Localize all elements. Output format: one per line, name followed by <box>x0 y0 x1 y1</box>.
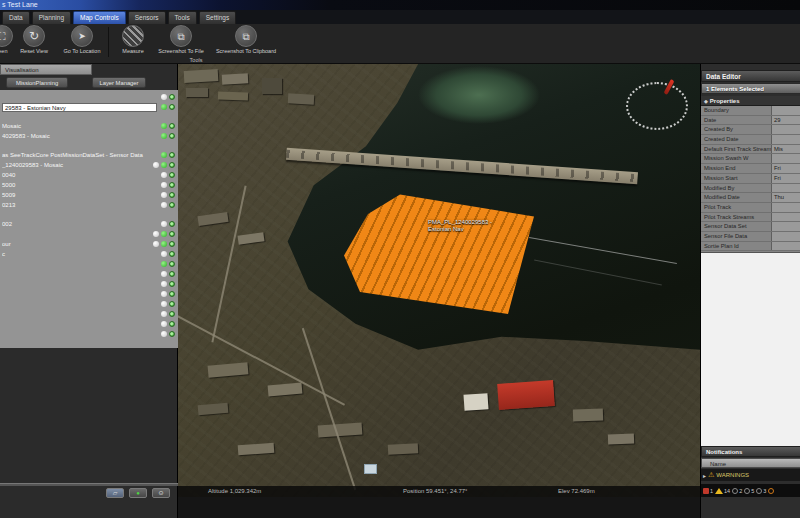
circle-status-icon[interactable]: 5 <box>744 488 754 494</box>
reset-view-button[interactable]: Reset View <box>12 25 56 54</box>
tab-tools[interactable]: Tools <box>168 11 197 24</box>
green-dot-icon[interactable] <box>161 152 167 158</box>
zoom-to-item-icon[interactable] <box>169 192 175 198</box>
green-dot-icon[interactable] <box>161 104 167 110</box>
property-value[interactable]: Thu <box>771 193 800 202</box>
tree-row[interactable]: 29583 - Estonian Navy <box>0 102 178 112</box>
green-dot-icon[interactable] <box>161 231 167 237</box>
data-editor-header[interactable]: Data Editor <box>701 70 800 82</box>
white-dot-icon[interactable] <box>161 94 167 100</box>
zoom-to-item-icon[interactable] <box>169 241 175 247</box>
white-dot-icon[interactable] <box>161 331 167 337</box>
properties-section-header[interactable]: ◆Properties <box>701 96 800 106</box>
white-dot-icon[interactable] <box>161 321 167 327</box>
expander-icon[interactable]: ▸ <box>703 472 706 479</box>
property-value[interactable] <box>771 154 800 163</box>
property-value[interactable]: Fri <box>771 174 800 183</box>
square-status-icon[interactable]: 1 <box>703 488 713 494</box>
screenshot-to-clipboard-button[interactable]: Screenshot To Clipboard <box>212 25 280 54</box>
circle-status-icon[interactable]: 3 <box>756 488 766 494</box>
property-value[interactable]: 29 <box>771 116 800 125</box>
zoom-to-item-icon[interactable] <box>169 291 175 297</box>
white-dot-icon[interactable] <box>161 291 167 297</box>
tree-row[interactable] <box>0 269 178 279</box>
green-dot-icon[interactable] <box>161 133 167 139</box>
tree-row[interactable] <box>0 299 178 309</box>
green-dot-icon[interactable] <box>161 261 167 267</box>
zoom-to-item-icon[interactable] <box>169 172 175 178</box>
property-value[interactable] <box>771 184 800 193</box>
tab-visualisation[interactable]: Visualisation <box>0 64 92 75</box>
zoom-to-item-icon[interactable] <box>169 331 175 337</box>
white-dot-icon[interactable] <box>161 251 167 257</box>
zoom-to-item-icon[interactable] <box>169 104 175 110</box>
zoom-to-item-icon[interactable] <box>169 281 175 287</box>
tree-row[interactable]: _1240029583 - Mosaic <box>0 160 178 170</box>
zoom-to-item-icon[interactable] <box>169 231 175 237</box>
property-value[interactable] <box>771 222 800 231</box>
tree-row[interactable] <box>0 309 178 319</box>
notifications-header[interactable]: Notifications <box>701 446 800 457</box>
tree-row[interactable] <box>0 229 178 239</box>
tree-row[interactable]: 5009 <box>0 190 178 200</box>
circle-status-icon[interactable]: 2 <box>732 488 742 494</box>
white-dot-icon[interactable] <box>161 192 167 198</box>
property-value[interactable] <box>771 203 800 212</box>
tab-layer-manager[interactable]: Layer Manager <box>92 77 146 88</box>
circle-status-icon[interactable] <box>768 488 775 494</box>
triangle-status-icon[interactable]: 14 <box>715 488 730 494</box>
tree-row[interactable]: 4029583 - Mosaic <box>0 131 178 141</box>
tree-row[interactable]: as SeeTrackCore PostMissionDataSet - Sen… <box>0 150 178 160</box>
tree-row[interactable]: 5000 <box>0 180 178 190</box>
zoom-to-item-icon[interactable] <box>169 271 175 277</box>
property-value[interactable] <box>771 135 800 144</box>
tab-mission-planning[interactable]: MissionPlanning <box>6 77 68 88</box>
white-dot-icon[interactable] <box>153 241 159 247</box>
zoom-to-item-icon[interactable] <box>169 94 175 100</box>
map-viewport[interactable]: PMA_PL_1240029583 - Estonian Nav Altitud… <box>178 64 700 497</box>
measure-button[interactable]: Measure <box>114 25 152 54</box>
notifications-name-column-header[interactable]: Name <box>701 458 800 468</box>
property-value[interactable] <box>771 242 800 251</box>
zoom-to-item-icon[interactable] <box>169 202 175 208</box>
tree-item-name-input[interactable]: 29583 - Estonian Navy <box>2 103 157 112</box>
tab-sensors[interactable]: Sensors <box>128 11 166 24</box>
tab-planning[interactable]: Planning <box>32 11 71 24</box>
tree-row[interactable] <box>0 329 178 339</box>
property-value[interactable]: Fri <box>771 164 800 173</box>
tree-row[interactable]: 0040 <box>0 170 178 180</box>
property-value[interactable] <box>771 232 800 241</box>
property-value[interactable] <box>771 106 800 115</box>
white-dot-icon[interactable] <box>161 172 167 178</box>
tree-row[interactable]: our <box>0 239 178 249</box>
zoom-to-item-icon[interactable] <box>169 152 175 158</box>
green-dot-icon[interactable] <box>161 241 167 247</box>
white-dot-icon[interactable] <box>161 221 167 227</box>
tree-row[interactable] <box>0 279 178 289</box>
zoom-to-item-icon[interactable] <box>169 251 175 257</box>
follow-target-button[interactable]: ● <box>129 488 147 498</box>
tree-row[interactable]: 002 <box>0 219 178 229</box>
green-dot-icon[interactable] <box>161 123 167 129</box>
property-value[interactable]: Mis <box>771 145 800 154</box>
tab-data[interactable]: Data <box>2 11 30 24</box>
white-dot-icon[interactable] <box>161 301 167 307</box>
zoom-to-item-icon[interactable] <box>169 123 175 129</box>
white-dot-icon[interactable] <box>153 162 159 168</box>
zoom-to-item-icon[interactable] <box>169 221 175 227</box>
tree-horizontal-scrollbar[interactable] <box>0 483 178 486</box>
go-to-location-button[interactable]: Go To Location <box>56 25 108 54</box>
tree-row[interactable]: c <box>0 249 178 259</box>
tree-row[interactable] <box>0 92 178 102</box>
tab-map-controls[interactable]: Map Controls <box>73 11 126 24</box>
screenshot-to-file-button[interactable]: Screenshot To File <box>152 25 210 54</box>
tree-row[interactable]: Mosaic <box>0 121 178 131</box>
pan-tool-button[interactable]: ▱ <box>106 488 124 498</box>
zoom-to-item-icon[interactable] <box>169 321 175 327</box>
white-dot-icon[interactable] <box>161 202 167 208</box>
white-dot-icon[interactable] <box>161 271 167 277</box>
tree-row[interactable] <box>0 289 178 299</box>
compass-indicator[interactable] <box>626 82 688 130</box>
zoom-to-item-icon[interactable] <box>169 162 175 168</box>
window-titlebar[interactable]: s Test Lane <box>0 0 800 10</box>
